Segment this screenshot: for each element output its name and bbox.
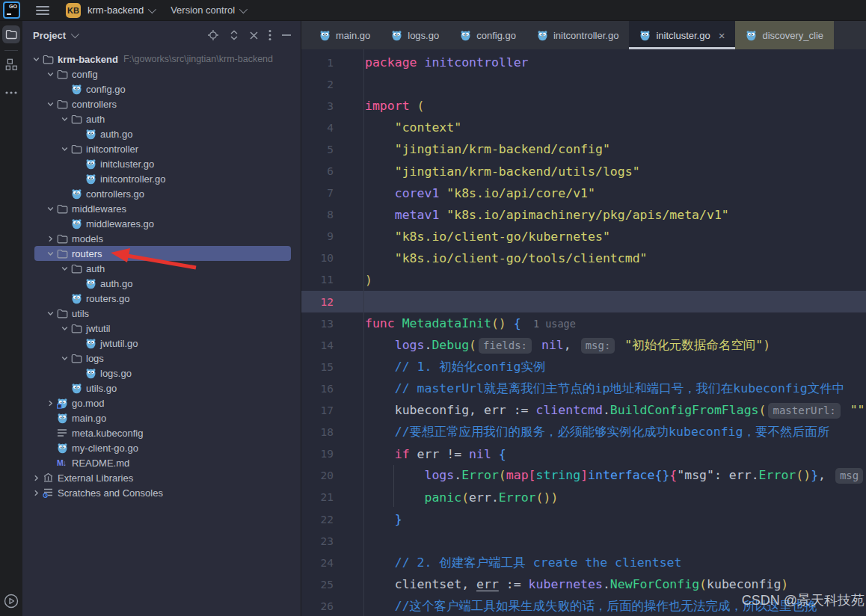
- tree-item-krm-backend[interactable]: krm-backendF:\goworks\src\jingtian\krm-b…: [22, 52, 301, 67]
- chevron-expanded-icon[interactable]: [46, 70, 55, 78]
- tree-item-auth[interactable]: auth: [22, 261, 301, 276]
- code-line-5[interactable]: 5 "jingtian/krm-backend/config": [301, 138, 866, 160]
- more-options-icon[interactable]: [268, 29, 271, 41]
- code-line-24[interactable]: 24 // 2. 创建客户端工具 create the clientset: [301, 552, 866, 573]
- code-line-12[interactable]: 12: [301, 291, 866, 312]
- tree-item-jwtutil.go[interactable]: jwtutil.go: [22, 336, 301, 351]
- chevron-expanded-icon[interactable]: [46, 205, 55, 213]
- code-line-13[interactable]: 13func MetadataInit() { 1 usage: [301, 312, 866, 334]
- code-line-4[interactable]: 4 "context": [301, 117, 866, 138]
- tree-item-controllers.go[interactable]: controllers.go: [22, 186, 301, 201]
- chevron-collapsed-icon[interactable]: [46, 399, 55, 407]
- tree-item-logs.go[interactable]: logs.go: [22, 366, 301, 381]
- tree-chevron-slot[interactable]: [44, 309, 57, 318]
- chevron-expanded-icon[interactable]: [32, 55, 40, 64]
- tree-item-config[interactable]: config: [22, 67, 301, 81]
- chevron-expanded-icon[interactable]: [46, 250, 55, 258]
- chevron-expanded-icon[interactable]: [61, 354, 69, 363]
- tree-item-my-client-go.go[interactable]: my-client-go.go: [22, 440, 301, 455]
- tree-chevron-slot[interactable]: [44, 100, 57, 108]
- tree-chevron-slot[interactable]: [58, 324, 71, 333]
- code-line-6[interactable]: 6 "jingtian/krm-backend/utils/logs": [301, 160, 866, 182]
- expand-collapse-icon[interactable]: [229, 29, 239, 41]
- structure-tool-window-button[interactable]: [2, 55, 20, 73]
- tree-chevron-slot[interactable]: [30, 489, 43, 497]
- chevron-collapsed-icon[interactable]: [32, 474, 40, 482]
- code-line-23[interactable]: 23: [301, 530, 866, 552]
- tree-item-initcontroller[interactable]: initcontroller: [22, 141, 301, 156]
- tree-item-routers.go[interactable]: routers.go: [22, 291, 301, 306]
- tree-chevron-slot[interactable]: [58, 354, 71, 363]
- tab-config.go[interactable]: config.go: [449, 21, 526, 49]
- tree-item-jwtutil[interactable]: jwtutil: [22, 321, 301, 336]
- tree-item-meta.kubeconfig[interactable]: meta.kubeconfig: [22, 425, 301, 440]
- tree-item-auth.go[interactable]: auth.go: [22, 276, 301, 291]
- project-tool-window-button[interactable]: [2, 25, 20, 43]
- tree-item-Scratches and Consoles[interactable]: Scratches and Consoles: [22, 485, 301, 500]
- code-line-21[interactable]: 21 panic(err.Error()): [301, 487, 866, 508]
- code-line-1[interactable]: 1package initcontroller: [301, 52, 866, 73]
- tree-chevron-slot[interactable]: [44, 70, 57, 78]
- code-line-9[interactable]: 9 "k8s.io/client-go/kubernetes": [301, 226, 866, 247]
- code-line-18[interactable]: 18 //要想正常应用我们的服务，必须能够实例化成功kubeconfig，要不然…: [301, 422, 866, 443]
- tab-initcluster.go[interactable]: initcluster.go×: [629, 21, 735, 49]
- tree-item-routers[interactable]: routers: [22, 246, 301, 261]
- tab-discovery_clie[interactable]: discovery_clie: [735, 21, 834, 49]
- tab-main.go[interactable]: main.go: [309, 21, 381, 49]
- tree-item-middlewares.go[interactable]: middlewares.go: [22, 216, 301, 231]
- chevron-expanded-icon[interactable]: [61, 115, 69, 123]
- chevron-expanded-icon[interactable]: [46, 100, 55, 108]
- project-selector[interactable]: krm-backend: [87, 4, 154, 16]
- more-tool-windows-button[interactable]: [2, 84, 20, 102]
- tree-chevron-slot[interactable]: [30, 474, 43, 482]
- tree-item-utils.go[interactable]: utils.go: [22, 381, 301, 395]
- code-line-8[interactable]: 8 metav1 "k8s.io/apimachinery/pkg/apis/m…: [301, 204, 866, 226]
- tree-item-config.go[interactable]: config.go: [22, 81, 301, 96]
- hamburger-menu-icon[interactable]: [36, 6, 49, 15]
- code-line-19[interactable]: 19 if err != nil {: [301, 443, 866, 465]
- version-control-selector[interactable]: Version control: [171, 4, 245, 16]
- tree-item-auth.go[interactable]: auth.go: [22, 126, 301, 141]
- tree-item-README.md[interactable]: M↓README.md: [22, 455, 301, 470]
- tree-item-main.go[interactable]: main.go: [22, 410, 301, 425]
- code-line-3[interactable]: 3import (: [301, 95, 866, 117]
- code-line-16[interactable]: 16 // masterUrl就是离我们主节点的ip地址和端口号，我们在kube…: [301, 378, 866, 399]
- chevron-expanded-icon[interactable]: [46, 309, 55, 318]
- hide-panel-icon[interactable]: [281, 34, 292, 37]
- code-line-14[interactable]: 14 logs.Debug(fields: nil, msg: "初始化元数据命…: [301, 334, 866, 356]
- locate-file-icon[interactable]: [207, 29, 219, 41]
- tree-item-initcontroller.go[interactable]: initcontroller.go: [22, 171, 301, 186]
- tree-item-logs[interactable]: logs: [22, 351, 301, 366]
- chevron-collapsed-icon[interactable]: [46, 235, 55, 243]
- tab-initcontroller.go[interactable]: initcontroller.go: [526, 21, 629, 49]
- collapse-all-icon[interactable]: [249, 31, 259, 40]
- tree-chevron-slot[interactable]: [30, 55, 43, 64]
- tree-item-controllers[interactable]: controllers: [22, 96, 301, 111]
- code-line-7[interactable]: 7 corev1 "k8s.io/api/core/v1": [301, 182, 866, 204]
- chevron-expanded-icon[interactable]: [61, 324, 69, 333]
- close-tab-icon[interactable]: ×: [719, 30, 725, 41]
- chevron-expanded-icon[interactable]: [61, 145, 69, 153]
- tree-chevron-slot[interactable]: [58, 265, 71, 273]
- code-line-17[interactable]: 17 kubeconfig, err := clientcmd.BuildCon…: [301, 400, 866, 422]
- code-line-2[interactable]: 2: [301, 73, 866, 95]
- chevron-collapsed-icon[interactable]: [32, 489, 40, 497]
- code-line-15[interactable]: 15 // 1. 初始化config实例: [301, 356, 866, 378]
- tab-logs.go[interactable]: logs.go: [381, 21, 449, 49]
- tree-chevron-slot[interactable]: [44, 235, 57, 243]
- tree-chevron-slot[interactable]: [44, 250, 57, 258]
- tree-item-utils[interactable]: utils: [22, 306, 301, 321]
- code-line-20[interactable]: 20 logs.Error(map[string]interface{}{"ms…: [301, 465, 866, 487]
- tree-chevron-slot[interactable]: [58, 145, 71, 153]
- tree-item-middlewares[interactable]: middlewares: [22, 201, 301, 216]
- chevron-expanded-icon[interactable]: [61, 265, 69, 273]
- code-line-22[interactable]: 22 }: [301, 508, 866, 530]
- tree-item-go.mod[interactable]: go.mod: [22, 395, 301, 410]
- tree-chevron-slot[interactable]: [58, 115, 71, 123]
- code-line-11[interactable]: 11): [301, 269, 866, 291]
- services-run-button[interactable]: [2, 592, 20, 610]
- tree-item-initcluster.go[interactable]: initcluster.go: [22, 156, 301, 171]
- tree-item-models[interactable]: models: [22, 231, 301, 246]
- project-panel-title[interactable]: Project: [33, 30, 66, 41]
- tree-chevron-slot[interactable]: [44, 399, 57, 407]
